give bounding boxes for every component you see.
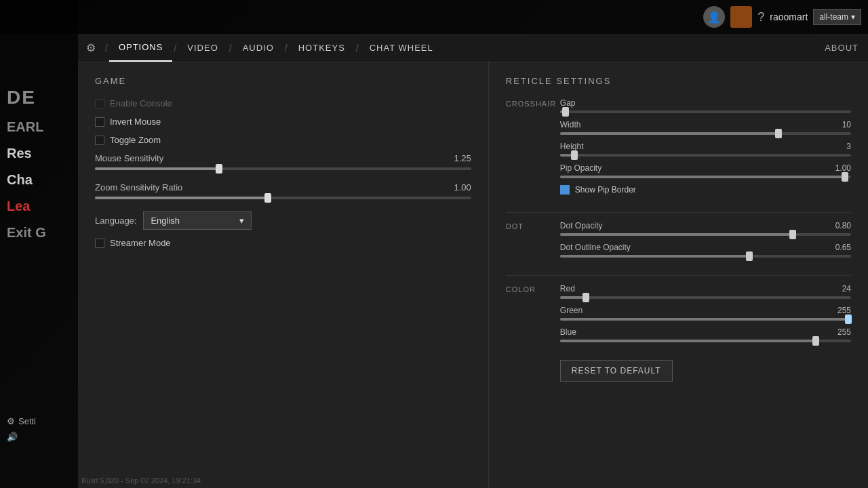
green-track[interactable] [560, 318, 851, 321]
gear-nav-icon[interactable]: ⚙ [78, 41, 104, 54]
enable-console-checkbox[interactable] [95, 99, 104, 108]
game-pane: GAME Enable Console Invert Mouse Toggle … [78, 62, 489, 488]
height-thumb[interactable] [571, 150, 578, 160]
tab-video[interactable]: VIDEO [178, 34, 227, 62]
tab-hotkeys[interactable]: HOTKEYS [289, 34, 355, 62]
left-sidebar: DE EARL Res Cha Lea Exit G ⚙ Setti 🔊 [0, 0, 78, 488]
team-dropdown[interactable]: all-team ▾ [813, 9, 861, 25]
gap-row: Gap [560, 98, 851, 113]
green-thumb[interactable] [845, 314, 852, 324]
volume-item[interactable]: 🔊 [7, 432, 36, 442]
sidebar-exit[interactable]: Exit G [0, 220, 78, 246]
mouse-sensitivity-thumb[interactable] [216, 164, 222, 174]
green-row: Green 255 [560, 306, 851, 321]
dot-outline-track[interactable] [560, 255, 851, 258]
reset-button[interactable]: RESET TO DEFAULT [560, 360, 673, 382]
chevron-down-icon: ▾ [851, 12, 855, 22]
sep2: / [174, 43, 176, 54]
mouse-sensitivity-value: 1.25 [454, 153, 471, 163]
reticle-title: RETICLE SETTINGS [506, 76, 851, 86]
dot-opacity-track[interactable] [560, 233, 851, 236]
width-label: Width [560, 120, 581, 129]
enable-console-label: Enable Console [110, 98, 172, 108]
dot-outline-thumb[interactable] [746, 251, 753, 261]
invert-mouse-checkbox[interactable] [95, 117, 104, 127]
crosshair-content: Gap Width 10 [560, 98, 851, 201]
dot-opacity-thumb[interactable] [789, 230, 796, 239]
language-label: Language: [95, 216, 136, 226]
dot-content: Dot Opacity 0.80 Dot Outline Opacity 0.6… [560, 221, 851, 264]
blue-track[interactable] [560, 340, 851, 342]
dot-opacity-row: Dot Opacity 0.80 [560, 221, 851, 236]
game-title: GAME [95, 76, 471, 86]
red-track[interactable] [560, 296, 851, 299]
pip-opacity-fill [560, 176, 846, 178]
chevron-down-icon: ▾ [239, 216, 244, 226]
blue-thumb[interactable] [812, 336, 819, 346]
gap-track[interactable] [560, 110, 851, 113]
height-track[interactable] [560, 154, 851, 157]
sep5: / [356, 43, 359, 54]
zoom-sensitivity-thumb[interactable] [264, 193, 271, 203]
toggle-zoom-checkbox[interactable] [95, 136, 104, 145]
reticle-pane: RETICLE SETTINGS CROSSHAIR Gap [489, 62, 868, 488]
tab-audio[interactable]: AUDIO [233, 34, 283, 62]
sidebar-de: DE [0, 81, 78, 114]
volume-icon: 🔊 [7, 432, 18, 442]
color-label: COLOR [506, 284, 560, 349]
sidebar-cha[interactable]: Cha [0, 167, 78, 193]
gear-icon: ⚙ [7, 416, 15, 426]
nav-bar: ⚙ / OPTIONS / VIDEO / AUDIO / HOTKEYS / … [78, 34, 868, 62]
sidebar-lea[interactable]: Lea [0, 193, 78, 220]
gap-label: Gap [560, 98, 576, 108]
section-divider-2 [506, 275, 851, 276]
settings-label: Setti [18, 416, 36, 426]
red-thumb[interactable] [583, 293, 589, 302]
team-label: all-team [819, 12, 848, 22]
color-content: Red 24 Green 255 [560, 284, 851, 349]
reset-container: RESET TO DEFAULT [506, 360, 851, 395]
pip-opacity-thumb[interactable] [842, 172, 848, 182]
tab-chat-wheel[interactable]: CHAT WHEEL [360, 34, 443, 62]
settings-item[interactable]: ⚙ Setti [7, 416, 36, 426]
language-value: English [151, 216, 180, 226]
invert-mouse-row: Invert Mouse [95, 117, 471, 127]
toggle-zoom-label: Toggle Zoom [110, 135, 161, 145]
blue-value: 255 [837, 327, 851, 337]
streamer-mode-checkbox[interactable] [95, 239, 104, 248]
language-dropdown[interactable]: English ▾ [143, 211, 252, 230]
zoom-sensitivity-track[interactable] [95, 197, 471, 199]
gap-thumb[interactable] [562, 107, 569, 117]
toggle-zoom-row: Toggle Zoom [95, 135, 471, 145]
dot-outline-fill [560, 255, 749, 258]
mouse-sensitivity-track[interactable] [95, 167, 471, 170]
green-value: 255 [837, 306, 851, 315]
streamer-mode-label: Streamer Mode [110, 238, 171, 248]
pip-opacity-track[interactable] [560, 176, 851, 178]
dot-outline-row: Dot Outline Opacity 0.65 [560, 243, 851, 258]
height-label: Height [560, 142, 584, 151]
options-panel: ⚙ / OPTIONS / VIDEO / AUDIO / HOTKEYS / … [78, 34, 868, 488]
width-thumb[interactable] [775, 129, 782, 138]
mouse-sensitivity-row: Mouse Sensitivity 1.25 [95, 153, 471, 170]
width-track[interactable] [560, 132, 851, 135]
build-info: Build 5,020 - Sep 02 2024, 19:21:34 [81, 476, 201, 485]
dot-opacity-value: 0.80 [835, 221, 851, 230]
content-area: GAME Enable Console Invert Mouse Toggle … [78, 62, 868, 488]
red-value: 24 [842, 284, 851, 293]
pip-opacity-row: Pip Opacity 1.00 [560, 163, 851, 178]
green-fill [560, 318, 851, 321]
about-link[interactable]: ABOUT [815, 43, 868, 53]
crosshair-label: CROSSHAIR [506, 98, 560, 201]
sidebar-res[interactable]: Res [0, 140, 78, 167]
dot-opacity-fill [560, 233, 793, 236]
tab-options[interactable]: OPTIONS [109, 34, 173, 62]
help-icon[interactable]: ? [757, 10, 764, 24]
show-pip-checkbox[interactable] [560, 185, 570, 195]
green-label: Green [560, 306, 583, 315]
dot-label: DOT [506, 221, 560, 264]
blue-label: Blue [560, 327, 576, 337]
section-divider-1 [506, 212, 851, 213]
language-row: Language: English ▾ [95, 211, 471, 230]
profile-icon[interactable]: 👤 [703, 6, 725, 28]
